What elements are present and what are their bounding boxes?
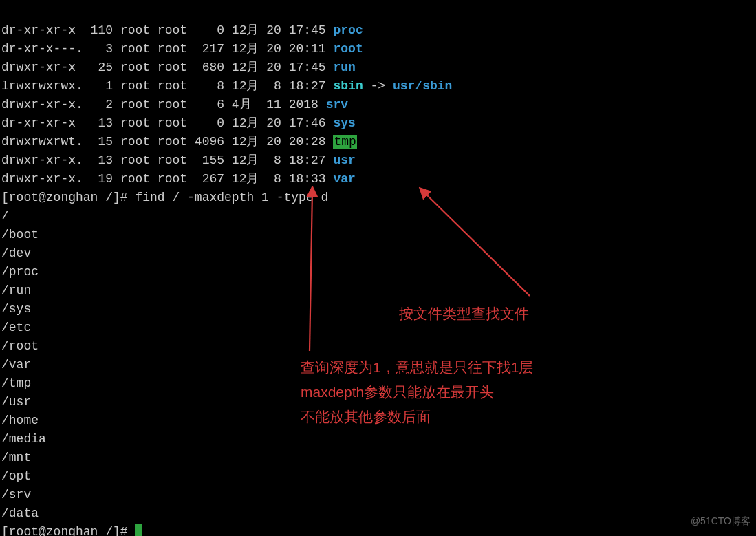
cursor[interactable] [135, 524, 142, 536]
shell-prompt-2: [root@zonghan /]# [1, 525, 135, 536]
ls-row: drwxr-xr-x. 2 root root 6 4月 11 2018 srv [1, 96, 755, 114]
dir-name: var [333, 172, 355, 186]
find-result: /boot [1, 226, 755, 244]
ls-row: dr-xr-xr-x 13 root root 0 12月 20 17:46 s… [1, 114, 755, 133]
ls-row: drwxr-xr-x. 19 root root 267 12月 8 18:33… [1, 170, 755, 189]
dir-name: usr [333, 153, 355, 167]
find-result: /root [1, 337, 755, 356]
symlink-target: usr/sbin [393, 79, 452, 93]
command-input[interactable]: find / -maxdepth 1 -type d [135, 191, 328, 204]
find-result: /media [1, 430, 755, 449]
dir-name: root [333, 42, 363, 56]
dir-name: sys [333, 116, 355, 130]
annotation-type: 按文件类型查找文件 [399, 301, 529, 326]
find-result: /proc [1, 263, 755, 281]
dir-name: proc [333, 23, 363, 37]
dir-name: srv [326, 98, 348, 111]
sticky-dir: tmp [333, 135, 356, 149]
ls-row: drwxr-xr-x. 13 root root 155 12月 8 18:27… [1, 151, 755, 170]
find-result: /sys [1, 300, 755, 319]
shell-prompt: [root@zonghan /]# [1, 191, 135, 204]
find-result: /srv [1, 486, 755, 504]
ls-row: dr-xr-xr-x 110 root root 0 12月 20 17:45 … [1, 21, 755, 40]
find-result: / [1, 207, 755, 226]
find-result: /data [1, 504, 755, 523]
watermark: @51CTO博客 [691, 512, 750, 530]
ls-row: lrwxrwxrwx. 1 root root 8 12月 8 18:27 sb… [1, 77, 755, 96]
symlink-name: sbin [333, 79, 363, 93]
ls-row: dr-xr-x---. 3 root root 217 12月 20 20:11… [1, 40, 755, 58]
find-result: /run [1, 281, 755, 300]
find-result: /opt [1, 467, 755, 486]
annotation-depth: 查询深度为1，意思就是只往下找1层 maxdepth参数只能放在最开头 不能放其… [301, 355, 533, 429]
find-result: /dev [1, 244, 755, 263]
ls-row: drwxrwxrwt. 15 root root 4096 12月 20 20:… [1, 133, 755, 151]
terminal-output: dr-xr-xr-x 110 root root 0 12月 20 17:45 … [0, 0, 756, 536]
ls-row: drwxr-xr-x 25 root root 680 12月 20 17:45… [1, 58, 755, 77]
find-result: /etc [1, 319, 755, 337]
dir-name: run [333, 61, 355, 74]
find-result: /mnt [1, 449, 755, 467]
